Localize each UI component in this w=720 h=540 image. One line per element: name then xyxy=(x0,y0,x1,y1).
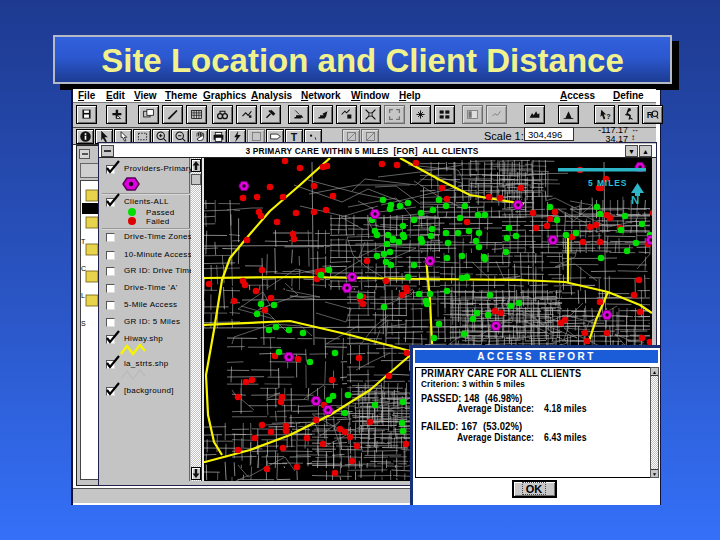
svg-text:?: ? xyxy=(606,112,611,121)
svg-text:L: L xyxy=(81,292,85,299)
svg-text:S: S xyxy=(81,320,86,327)
svg-text:T: T xyxy=(81,238,86,245)
svg-text:N: N xyxy=(631,194,639,206)
svg-text:5 MILES: 5 MILES xyxy=(588,178,627,188)
svg-text:C: C xyxy=(81,265,86,272)
svg-text:T: T xyxy=(290,131,297,143)
